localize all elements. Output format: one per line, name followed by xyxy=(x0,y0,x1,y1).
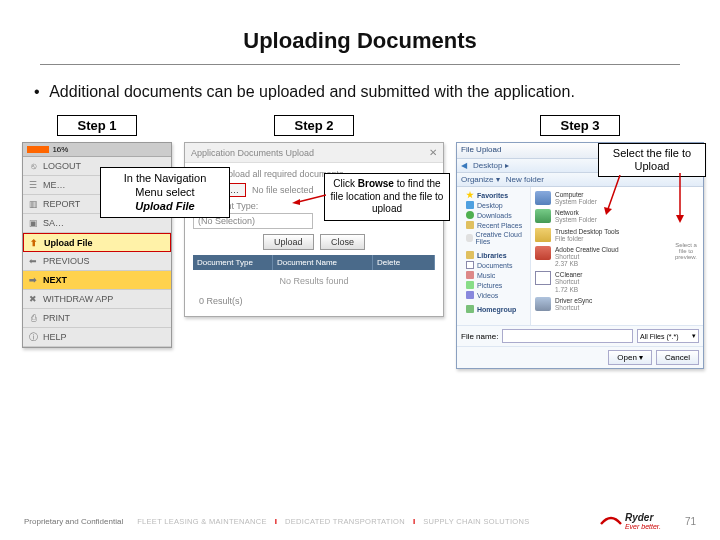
dialog-nav-pane: Favorites Desktop Downloads Recent Place… xyxy=(457,187,531,325)
nav-libraries[interactable]: Libraries xyxy=(477,252,507,259)
new-folder-button[interactable]: New folder xyxy=(506,175,544,184)
footer-services: FLEET LEASING & MAINTENANCE I DEDICATED … xyxy=(137,517,586,526)
footer-service-1: FLEET LEASING & MAINTENANCE xyxy=(137,517,267,526)
progress-fill xyxy=(27,146,49,153)
callout-step1: In the Navigation Menu select Upload Fil… xyxy=(100,167,230,218)
open-button[interactable]: Open ▾ xyxy=(608,350,652,365)
svg-marker-1 xyxy=(292,199,300,205)
file-tdt[interactable]: Trusted Desktop ToolsFile folder xyxy=(535,228,699,242)
pictures-icon xyxy=(466,281,474,289)
footer-service-2: DEDICATED TRANSPORTATION xyxy=(285,517,405,526)
videos-icon xyxy=(466,291,474,299)
nav-withdraw[interactable]: ✖ WITHDRAW APP xyxy=(23,290,171,309)
close-button[interactable]: Close xyxy=(320,234,365,250)
steps-row: Step 1 16% ⎋ LOGOUT ☰ ME… ▥ REPORT ▣ SA… xyxy=(0,115,720,369)
step1-column: Step 1 16% ⎋ LOGOUT ☰ ME… ▥ REPORT ▣ SA… xyxy=(22,115,172,348)
title-rule xyxy=(40,64,680,65)
callout1-line3: Upload File xyxy=(107,200,223,214)
nav-withdraw-label: WITHDRAW APP xyxy=(43,294,113,304)
callout-step3: Select the file to Upload xyxy=(598,143,706,177)
svg-line-2 xyxy=(608,175,620,209)
nav-desktop[interactable]: Desktop xyxy=(477,202,503,209)
callout3-arrow-left-icon xyxy=(604,175,624,215)
upload-button[interactable]: Upload xyxy=(263,234,314,250)
nav-previous[interactable]: ⬅ PREVIOUS xyxy=(23,252,171,271)
breadcrumb[interactable]: Desktop ▸ xyxy=(473,161,509,170)
slide-title: Uploading Documents xyxy=(0,0,720,60)
nav-homegroup[interactable]: Homegroup xyxy=(477,306,516,313)
adobe-icon xyxy=(535,246,551,260)
bullet-dot: • xyxy=(34,83,40,100)
bullet-text: • Additional documents can be uploaded a… xyxy=(0,83,720,115)
ryder-logo: Ryder Ever better. xyxy=(600,512,661,530)
driver-icon xyxy=(535,297,551,311)
folder-file-icon xyxy=(535,228,551,242)
nav-music[interactable]: Music xyxy=(477,272,495,279)
help-icon: ⓘ xyxy=(27,331,39,343)
nav-logout-label: LOGOUT xyxy=(43,161,81,171)
nav-favorites[interactable]: Favorites xyxy=(477,192,508,199)
nav-upload-label: Upload File xyxy=(44,238,93,248)
page-number: 71 xyxy=(685,516,696,527)
file-cc[interactable]: CCleanerShortcut1.72 KB xyxy=(535,271,699,292)
report-icon: ▥ xyxy=(27,198,39,210)
footer-confidential: Proprietary and Confidential xyxy=(24,517,123,526)
homegroup-icon xyxy=(466,305,474,313)
callout3-line2: Upload xyxy=(603,160,701,173)
nav-videos[interactable]: Videos xyxy=(477,292,498,299)
user-icon: ☰ xyxy=(27,179,39,191)
nav-pictures[interactable]: Pictures xyxy=(477,282,502,289)
svg-marker-5 xyxy=(676,215,684,223)
folder-icon xyxy=(466,221,474,229)
dialog-title-text: File Upload xyxy=(461,145,501,156)
footer: Proprietary and Confidential FLEET LEASI… xyxy=(0,512,720,530)
step2-label: Step 2 xyxy=(274,115,354,136)
ryder-brand: Ryder xyxy=(625,512,661,523)
nav-cloud[interactable]: Creative Cloud Files xyxy=(476,231,527,245)
nav-homegroup-group: Homegroup xyxy=(460,304,527,314)
organize-button[interactable]: Organize ▾ xyxy=(461,175,500,184)
nav-previous-label: PREVIOUS xyxy=(43,256,90,266)
nav-recent[interactable]: Recent Places xyxy=(477,222,522,229)
logout-icon: ⎋ xyxy=(27,160,39,172)
footer-sep-2: I xyxy=(413,517,415,526)
nav-print-label: PRINT xyxy=(43,313,70,323)
callout2-strong: Browse xyxy=(358,178,394,189)
nav-report-label: REPORT xyxy=(43,199,80,209)
back-icon[interactable]: ◀ xyxy=(461,161,467,170)
footer-sep-1: I xyxy=(275,517,277,526)
save-icon: ▣ xyxy=(27,217,39,229)
callout3-arrow-right-icon xyxy=(672,173,688,223)
nav-print[interactable]: ⎙ PRINT xyxy=(23,309,171,328)
computer-icon xyxy=(535,191,551,205)
filetype-select[interactable]: All Files (*.*)▾ xyxy=(637,329,699,343)
upload-title-text: Application Documents Upload xyxy=(191,148,314,158)
nav-downloads[interactable]: Downloads xyxy=(477,212,512,219)
upload-icon: ⬆ xyxy=(28,237,40,249)
prev-icon: ⬅ xyxy=(27,255,39,267)
nav-libraries-group: Libraries Documents Music Pictures Video… xyxy=(460,250,527,300)
callout-step2: Click Browse to find the file location a… xyxy=(324,173,450,221)
ccleaner-icon xyxy=(535,271,551,285)
step3-column: Step 3 File Upload _ □ ✕ ◀ Desktop ▸ Org… xyxy=(456,115,704,369)
file-da[interactable]: Driver eSyncShortcut xyxy=(535,297,699,311)
callout1-line1: In the Navigation xyxy=(107,172,223,186)
col-doc-type: Document Type xyxy=(193,255,273,270)
nav-next[interactable]: ➡ NEXT xyxy=(23,271,171,290)
nav-sa-label: SA… xyxy=(43,218,64,228)
nav-upload-file[interactable]: ⬆ Upload File xyxy=(23,233,171,252)
cancel-button[interactable]: Cancel xyxy=(656,350,699,365)
withdraw-icon: ✖ xyxy=(27,293,39,305)
nav-help[interactable]: ⓘ HELP xyxy=(23,328,171,347)
upload-title-bar: Application Documents Upload ✕ xyxy=(185,143,443,163)
filename-input[interactable] xyxy=(502,329,633,343)
results-table-header: Document Type Document Name Delete xyxy=(193,255,435,270)
dialog-footer: File name: All Files (*.*)▾ xyxy=(457,325,703,346)
nav-documents[interactable]: Documents xyxy=(477,262,512,269)
star-icon xyxy=(466,191,474,199)
close-icon[interactable]: ✕ xyxy=(429,147,437,158)
bullet-content: Additional documents can be uploaded and… xyxy=(49,83,575,100)
footer-service-3: SUPPLY CHAIN SOLUTIONS xyxy=(423,517,529,526)
progress-bar: 16% xyxy=(23,143,171,157)
svg-marker-3 xyxy=(604,207,612,215)
